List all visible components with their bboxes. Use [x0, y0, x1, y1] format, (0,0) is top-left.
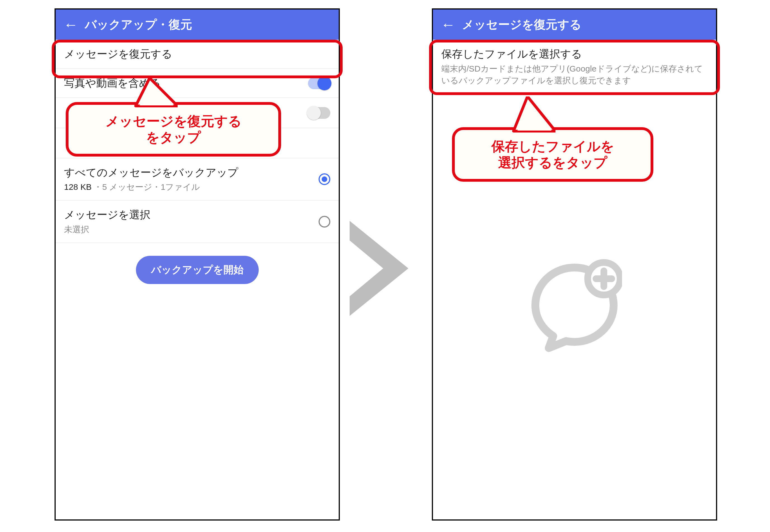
row-include-media[interactable]: 写真や動画を含める — [56, 69, 339, 98]
back-arrow-icon[interactable]: ← — [63, 17, 78, 32]
phone-restore: ← メッセージを復元する 保存したファイルを選択する 端末内/SDカードまたは他… — [432, 8, 717, 521]
callout-pick-file: 保存したファイルを選択するをタップ — [452, 127, 653, 182]
toggle-include-media[interactable] — [308, 77, 330, 89]
app-bar: ← バックアップ・復元 — [56, 10, 339, 40]
back-arrow-icon[interactable]: ← — [441, 17, 455, 32]
toggle-obscured[interactable] — [308, 107, 330, 119]
radio-backup-all[interactable] — [318, 173, 330, 185]
add-chat-bubble-icon — [527, 259, 622, 354]
callout-line2: 選択するをタップ — [498, 155, 607, 170]
row-select-messages[interactable]: メッセージを選択 未選択 — [56, 200, 339, 243]
backup-detail: ・5 メッセージ・1ファイル — [94, 181, 200, 193]
app-bar-title: メッセージを復元する — [462, 17, 582, 32]
row-label: すべてのメッセージをバックアップ — [64, 165, 238, 180]
start-backup-button[interactable]: バックアップを開始 — [136, 256, 259, 284]
callout-tail-icon — [511, 96, 556, 133]
row-pick-file[interactable]: 保存したファイルを選択する 端末内/SDカードまたは他アプリ(Googleドライ… — [433, 40, 716, 94]
row-sub: 未選択 — [64, 224, 150, 235]
backup-size: 128 KB — [64, 182, 91, 192]
row-label: メッセージを復元する — [64, 47, 330, 61]
callout-line1: メッセージを復元する — [105, 114, 242, 129]
row-sub: 端末内/SDカードまたは他アプリ(Googleドライブなど)に保存されているバッ… — [442, 63, 708, 86]
row-restore-messages[interactable]: メッセージを復元する — [56, 40, 339, 69]
app-bar: ← メッセージを復元する — [433, 10, 716, 40]
next-arrow-icon — [347, 218, 420, 319]
callout-tail-icon — [133, 78, 178, 108]
callout-restore: メッセージを復元するをタップ — [66, 102, 281, 157]
row-backup-all[interactable]: すべてのメッセージをバックアップ 128 KB ・5 メッセージ・1ファイル — [56, 158, 339, 200]
callout-line1: 保存したファイルを — [492, 139, 614, 154]
app-bar-title: バックアップ・復元 — [85, 17, 192, 32]
row-label: メッセージを選択 — [64, 208, 150, 222]
radio-select-messages[interactable] — [318, 216, 330, 228]
callout-line2: をタップ — [146, 130, 201, 145]
button-area: バックアップを開始 — [56, 243, 339, 297]
svg-marker-2 — [349, 221, 409, 316]
phone-backup-restore: ← バックアップ・復元 メッセージを復元する 写真や動画を含める すべてのメッセ… — [55, 8, 340, 521]
row-label: 保存したファイルを選択する — [442, 47, 708, 61]
